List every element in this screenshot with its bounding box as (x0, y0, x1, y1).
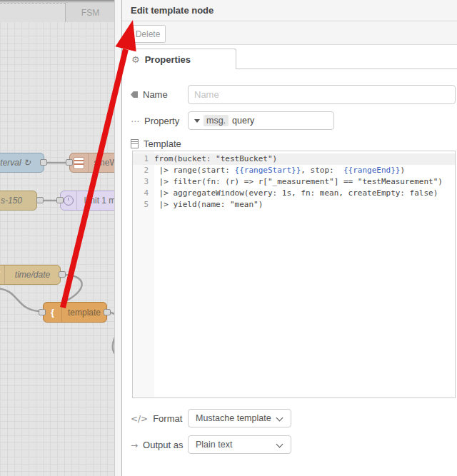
editor-line[interactable]: 4 |> aggregateWindow(every: 1s, fn: mean… (133, 188, 455, 199)
output-select-value: Plain text (196, 440, 232, 450)
code-brackets-icon: </> (131, 414, 148, 424)
gear-icon: ⚙ (131, 54, 140, 65)
node-template[interactable]: { template (43, 302, 107, 323)
name-input[interactable] (188, 85, 456, 104)
editor-line[interactable]: 2 |> range(start: {{rangeStart}}, stop: … (133, 165, 455, 176)
code-text: |> range(start: {{rangeStart}}, stop: {{… (154, 165, 405, 176)
chevron-down-icon (276, 441, 283, 448)
template-label-row: Template (131, 138, 181, 149)
panel-title: Edit template node (131, 5, 214, 16)
tab-properties[interactable]: ⚙ Properties (122, 49, 236, 69)
template-code-editor[interactable]: 1from(bucket: "testBucket")2 |> range(st… (132, 151, 456, 398)
arrow-right-icon: → (131, 440, 138, 450)
template-brace-icon: { (44, 303, 62, 322)
name-label: Name (143, 89, 168, 100)
line-number: 5 (133, 199, 154, 211)
canvas-scrollbar-strip[interactable] (114, 0, 122, 476)
line-number: 2 (133, 165, 154, 176)
line-number: 4 (133, 188, 154, 199)
output-label: Output as (143, 440, 183, 450)
code-text: |> filter(fn: (r) => r["_measurement"] =… (154, 176, 443, 188)
node-sinewave[interactable]: sineWave (69, 153, 114, 173)
output-label-row: → Output as (131, 440, 183, 450)
format-select[interactable]: Mustache template (188, 409, 291, 427)
node-timedate[interactable]: f time/date (0, 265, 61, 285)
line-number: 1 (133, 153, 154, 165)
output-select[interactable]: Plain text (188, 435, 291, 454)
delete-button[interactable]: Delete (130, 25, 166, 43)
line-number: 3 (133, 176, 154, 188)
code-text: |> yield(name: "mean") (154, 199, 263, 211)
port-s150-out[interactable] (36, 197, 44, 203)
property-type-chip[interactable]: msg. (204, 115, 228, 126)
editor-line[interactable]: 3 |> filter(fn: (r) => r["_measurement"]… (133, 176, 455, 188)
property-label-row: ⋯ Property (131, 116, 179, 126)
ellipsis-icon: ⋯ (131, 116, 139, 126)
typed-input-caret-icon (194, 119, 200, 123)
format-select-value: Mustache template (196, 413, 271, 423)
code-text: from(bucket: "testBucket") (154, 153, 277, 165)
document-icon (131, 139, 139, 148)
node-sinewave-label: sineWave (89, 158, 114, 168)
property-label: Property (144, 116, 179, 126)
flow-canvas[interactable]: FSM interval ↻ sineWave s-150 limit 1 ms… (0, 0, 114, 476)
edit-node-panel: Edit template node Delete ⚙ Properties N… (122, 0, 457, 476)
format-label: Format (153, 413, 182, 424)
node-limit-label: limit 1 ms (77, 196, 114, 206)
tab-underline (236, 69, 457, 69)
node-limit[interactable]: limit 1 ms (60, 191, 114, 211)
editor-line[interactable]: 1from(bucket: "testBucket") (133, 153, 455, 165)
node-interval-label: interval ↻ (0, 158, 44, 168)
port-limit-in[interactable] (56, 197, 64, 203)
template-label: Template (144, 138, 181, 149)
code-text: |> aggregateWindow(every: 1s, fn: mean, … (154, 188, 438, 199)
node-timedate-label: time/date (5, 270, 60, 280)
property-value[interactable]: query (232, 116, 254, 126)
port-template-in[interactable] (39, 309, 46, 315)
name-label-row: Name (131, 89, 168, 100)
port-timedate-out[interactable] (59, 271, 66, 278)
flow-wires (0, 0, 114, 476)
editor-line[interactable]: 5 |> yield(name: "mean") (133, 199, 455, 211)
function-icon: f (0, 265, 5, 284)
format-label-row: </> Format (131, 413, 182, 424)
panel-toolbar: Delete (122, 22, 457, 45)
node-s150-label: s-150 (0, 196, 36, 206)
port-sinewave-in[interactable] (66, 159, 73, 166)
panel-tab-row: ⚙ Properties (122, 45, 457, 69)
tab-properties-label: Properties (145, 54, 191, 65)
property-typed-input[interactable]: msg. query (188, 111, 334, 130)
node-s150[interactable]: s-150 (0, 191, 37, 211)
port-interval-out[interactable] (40, 159, 47, 166)
tag-icon (131, 91, 138, 98)
node-interval[interactable]: interval ↻ (0, 153, 44, 173)
editor-code-rows: 1from(bucket: "testBucket")2 |> range(st… (133, 151, 455, 211)
node-template-label: template (62, 308, 106, 318)
panel-header: Edit template node (122, 0, 457, 21)
port-template-out[interactable] (104, 309, 111, 315)
chevron-down-icon (276, 415, 283, 422)
